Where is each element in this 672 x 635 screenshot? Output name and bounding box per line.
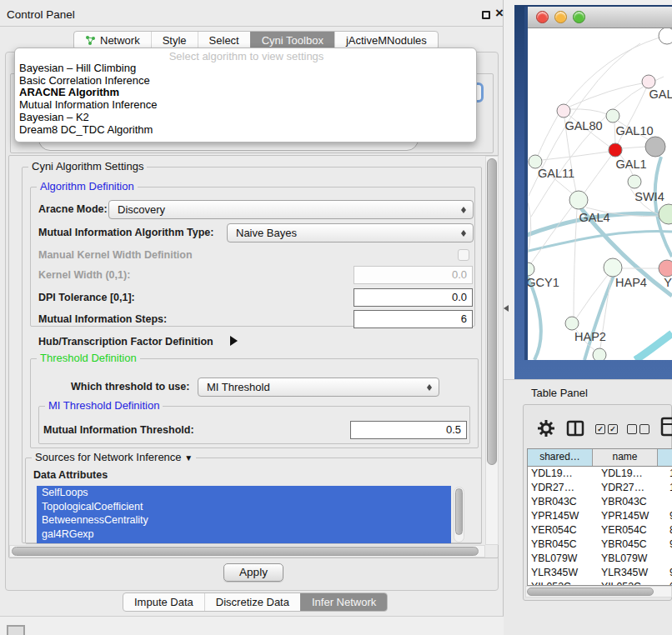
attribute-item[interactable]: SelfLoops (37, 486, 451, 500)
network-node[interactable] (557, 104, 570, 118)
mi-threshold-definition-title: MI Threshold Definition (45, 400, 163, 412)
network-node[interactable] (642, 75, 655, 88)
expand-arrow-icon[interactable] (230, 336, 243, 346)
data-attributes-label: Data Attributes (33, 466, 108, 484)
algorithm-dropdown: Select algorithm to view settings Bayesi… (14, 48, 477, 142)
tab-discretize-data[interactable]: Discretize Data (204, 593, 300, 611)
table-row[interactable]: YER054CYER054C8. (528, 523, 672, 538)
table-cell: YIL052C (528, 580, 595, 586)
algorithm-option[interactable]: Mutual Information Inference (15, 99, 472, 112)
column-header-name[interactable]: name (593, 449, 658, 466)
table-cell: YDL19… (528, 467, 595, 481)
table-row[interactable]: YDR27…YDR27…12 (528, 481, 672, 495)
network-node[interactable] (628, 175, 641, 188)
dropdown-placeholder: Select algorithm to view settings (15, 50, 478, 62)
table-hscrollbar-thumb[interactable] (527, 588, 654, 596)
settings-vscrollbar-thumb[interactable] (487, 158, 497, 465)
cyni-settings-title: Cyni Algorithm Settings (28, 161, 147, 172)
table-cell: 9. (665, 509, 672, 523)
deselect-all-checkboxes-icon[interactable] (627, 424, 649, 434)
aracne-mode-combo[interactable]: Discovery (108, 200, 474, 219)
tab-network[interactable]: Network (74, 32, 151, 49)
mi-algorithm-type-label: Mutual Information Algorithm Type: (38, 223, 213, 242)
table-row[interactable]: YLR345WYLR345W9. (528, 566, 672, 580)
network-node[interactable] (606, 109, 619, 122)
kernel-width-label: Kernel Width (0,1): (38, 266, 130, 284)
column-header-clipped[interactable] (658, 449, 672, 466)
node-table: shared… name YDL19…YDL19…13YDR27…YDR27…1… (527, 448, 672, 586)
attribute-item[interactable]: TopologicalCoefficient (37, 500, 451, 514)
mi-algorithm-type-combo[interactable]: Naive Bayes (227, 223, 474, 242)
gear-icon[interactable] (537, 419, 555, 438)
zoom-window-icon[interactable] (573, 11, 585, 23)
which-threshold-label: Which threshold to use: (71, 378, 189, 396)
algorithm-option[interactable]: Bayesian – Hill Climbing (15, 62, 472, 75)
network-node[interactable] (645, 137, 665, 157)
threshold-definition-title: Threshold Definition (37, 352, 140, 364)
network-node[interactable] (609, 143, 622, 157)
which-threshold-combo[interactable]: MI Threshold (198, 378, 439, 397)
tab-impute-data[interactable]: Impute Data (123, 593, 204, 611)
manual-kernel-width-checkbox[interactable] (458, 249, 469, 261)
network-node-label: HAP2 (574, 330, 606, 343)
tab-label: Discretize Data (216, 593, 289, 612)
aracne-mode-label: Aracne Mode: (38, 200, 108, 218)
kernel-width-field[interactable]: 0.0 (354, 266, 473, 284)
apply-button[interactable]: Apply (223, 563, 283, 582)
columns-icon[interactable] (566, 420, 584, 437)
sources-title[interactable]: Sources for Network Inference ▼ (32, 452, 196, 464)
network-window-titlebar[interactable] (528, 7, 672, 28)
minimized-panel-icon[interactable] (7, 625, 25, 635)
algorithm-option-selected[interactable]: ARACNE Algorithm (15, 87, 472, 99)
tab-jactivemnodules[interactable]: jActiveMNodules (334, 32, 438, 49)
tab-select[interactable]: Select (198, 32, 250, 49)
table-row[interactable]: YPR145WYPR145W9. (528, 509, 672, 523)
collapse-arrow-icon[interactable]: ▼ (184, 453, 193, 462)
table-row[interactable]: YIL052CYIL052C0 (528, 580, 672, 586)
close-panel-icon[interactable]: × (495, 7, 504, 20)
algorithm-option[interactable]: Bayesian – K2 (15, 112, 472, 124)
table-row[interactable]: YBR043CYBR043C (528, 495, 672, 509)
table-row[interactable]: YBL079WYBL079W (528, 552, 672, 566)
file-icon[interactable] (660, 417, 672, 437)
column-header-shared-name[interactable]: shared… (528, 449, 593, 466)
table-row[interactable]: YDL19…YDL19…13 (528, 467, 672, 481)
network-node[interactable] (659, 204, 672, 224)
minimize-window-icon[interactable] (554, 11, 567, 23)
table-row[interactable]: YBR045CYBR045C9. (528, 538, 672, 552)
network-node[interactable] (604, 258, 622, 277)
table-cell: YPR145W (595, 509, 665, 523)
tab-style[interactable]: Style (151, 32, 198, 49)
attribute-item[interactable]: gal4RGexp (37, 528, 451, 542)
network-node[interactable] (528, 262, 534, 276)
mi-steps-field[interactable]: 6 (354, 310, 473, 328)
algorithm-option[interactable]: Dream8 DC_TDC Algorithm (15, 124, 472, 137)
network-node-label: GAL11 (538, 167, 574, 180)
table-cell: YIL052C (595, 580, 665, 586)
screen: Control Panel × Network Style Select Cyn… (0, 0, 672, 635)
network-node[interactable] (569, 191, 588, 209)
attributes-scrollbar-thumb[interactable] (455, 488, 463, 535)
sash-collapse-icon[interactable] (500, 305, 509, 312)
mutual-information-threshold-field[interactable]: 0.5 (350, 421, 467, 439)
network-node[interactable] (565, 317, 579, 330)
algorithm-option[interactable]: Basic Correlation Inference (15, 75, 472, 88)
mi-algorithm-type-value: Naive Bayes (236, 227, 297, 239)
dpi-tolerance-field[interactable]: 0.0 (354, 288, 473, 307)
hub-section-label[interactable]: Hub/Transcription Factor Definition (38, 332, 213, 351)
tab-infer-network[interactable]: Infer Network (300, 593, 387, 611)
network-node[interactable] (593, 348, 606, 360)
settings-hscrollbar-thumb[interactable] (12, 547, 479, 556)
network-node-label: HAP4 (615, 276, 647, 289)
close-window-icon[interactable] (536, 11, 549, 23)
float-window-icon[interactable] (482, 11, 490, 19)
select-all-checkboxes-icon[interactable]: ✓ ✓ (595, 424, 618, 434)
tab-cyni-toolbox[interactable]: Cyni Toolbox (250, 32, 334, 49)
network-node-label: Y (664, 276, 672, 289)
table-header-row: shared… name (528, 449, 672, 467)
network-node[interactable] (659, 28, 672, 44)
mi-steps-label: Mutual Information Steps: (38, 310, 167, 328)
network-canvas[interactable]: GALGAL80GAL10GAL1GAL11SWI4GAL4GCY1HAP4YH… (528, 28, 672, 360)
attribute-item[interactable]: BetweennessCentrality (37, 513, 451, 528)
network-node[interactable] (659, 260, 672, 277)
